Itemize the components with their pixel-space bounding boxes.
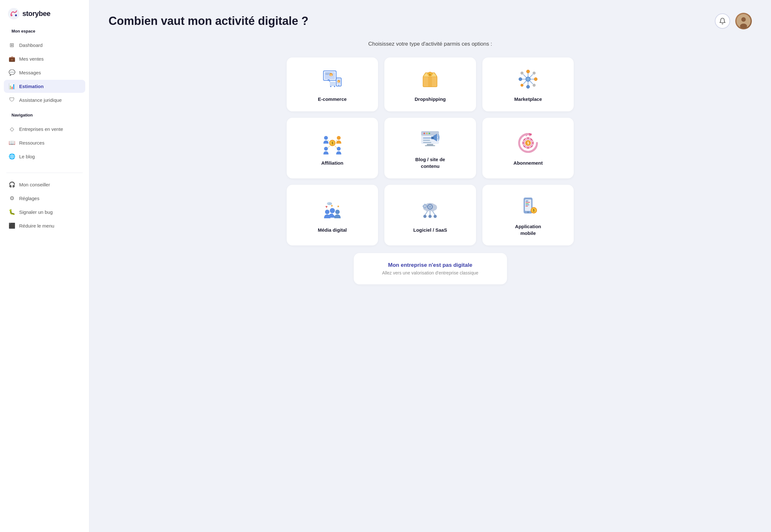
sidebar-item-reglages[interactable]: ⚙ Réglages (4, 192, 85, 205)
svg-point-50 (324, 136, 328, 140)
svg-rect-115 (526, 205, 529, 205)
svg-point-52 (324, 147, 328, 151)
bottom-card[interactable]: Mon entreprise n'est pas digitale Allez … (354, 253, 507, 284)
legal-icon: 🛡 (8, 97, 15, 103)
svg-text:$: $ (430, 73, 431, 76)
sidebar-item-label: Mon conseiller (19, 182, 50, 187)
svg-point-109 (434, 215, 437, 218)
sidebar-item-ressources[interactable]: 📖 Ressources (4, 136, 85, 149)
blog-card-icon (419, 128, 442, 151)
svg-rect-67 (427, 144, 433, 145)
svg-point-107 (423, 215, 427, 218)
svg-point-33 (519, 78, 522, 81)
bottom-card-title: Mon entreprise n'est pas digitale (364, 262, 497, 268)
svg-point-108 (429, 215, 432, 218)
abonnement-label: Abonnement (513, 160, 543, 166)
user-avatar[interactable] (735, 13, 752, 29)
sidebar: storybee Mon espace ⊞ Dashboard 💼 Mes ve… (0, 0, 89, 532)
card-logiciel[interactable]: Logiciel / SaaS (384, 185, 476, 245)
notification-bell-button[interactable] (715, 13, 730, 29)
avatar-image (735, 13, 752, 29)
sidebar-item-mes-ventes[interactable]: 💼 Mes ventes (4, 52, 85, 65)
settings-icon: ⚙ (8, 195, 15, 202)
svg-rect-10 (325, 74, 329, 75)
card-media[interactable]: ♥ ★ ★ ✓✓ Média digital (287, 185, 378, 245)
card-affiliation[interactable]: $ (287, 118, 378, 178)
svg-rect-75 (528, 137, 529, 139)
sidebar-item-conseiller[interactable]: 🎧 Mon conseiller (4, 178, 85, 191)
globe-icon: 🌐 (8, 153, 15, 160)
sidebar-item-blog[interactable]: 🌐 Le blog (4, 150, 85, 163)
sidebar-item-bug[interactable]: 🐛 Signaler un bug (4, 206, 85, 219)
sidebar-item-label: Dashboard (19, 42, 42, 48)
messages-icon: 💬 (8, 69, 15, 76)
sidebar-item-label: Réglages (19, 196, 39, 201)
svg-point-84 (330, 208, 335, 213)
activity-grid: $ $ E-commerce (287, 57, 574, 245)
card-app[interactable]: </> $ Application mobile (483, 185, 574, 245)
svg-rect-63 (423, 138, 433, 139)
sidebar-item-label: Le blog (19, 154, 35, 159)
svg-point-15 (334, 86, 335, 87)
bug-icon: 🐛 (8, 209, 15, 215)
svg-text:$: $ (338, 81, 339, 83)
svg-line-46 (530, 81, 533, 84)
card-marketplace[interactable]: Marketplace (483, 57, 574, 111)
svg-line-57 (334, 145, 337, 148)
svg-rect-78 (532, 142, 534, 144)
estimation-icon: 📊 (8, 83, 15, 90)
sidebar-item-estimation[interactable]: 📊 Estimation (4, 80, 85, 93)
svg-rect-98 (425, 207, 425, 209)
app-card-icon: </> $ (517, 195, 540, 218)
svg-rect-9 (325, 73, 331, 73)
card-dropshipping[interactable]: $ Dropshipping (384, 57, 476, 111)
svg-point-96 (424, 205, 426, 207)
svg-rect-68 (425, 145, 435, 146)
svg-line-43 (523, 74, 526, 77)
svg-rect-99 (423, 206, 424, 206)
svg-rect-13 (330, 82, 335, 86)
svg-line-104 (425, 211, 428, 215)
svg-rect-77 (522, 142, 524, 144)
svg-rect-64 (423, 140, 430, 141)
svg-point-38 (533, 84, 535, 86)
mon-espace-nav: ⊞ Dashboard 💼 Mes ventes 💬 Messages 📊 Es… (0, 39, 89, 106)
ecommerce-card-icon: $ $ (321, 68, 344, 91)
logo-text: storybee (22, 10, 50, 18)
main-header: Combien vaut mon activité digitale ? (108, 13, 752, 29)
storybee-logo-icon (8, 8, 20, 20)
svg-point-2 (15, 14, 17, 16)
svg-rect-24 (428, 77, 432, 87)
sidebar-item-label: Messages (19, 70, 41, 75)
card-abonnement[interactable]: $ Abonnement (483, 118, 574, 178)
svg-line-45 (523, 81, 526, 84)
sidebar-item-messages[interactable]: 💬 Messages (4, 66, 85, 79)
sidebar-item-entreprises[interactable]: ◇ Entreprises en vente (4, 123, 85, 136)
logo-area: storybee (0, 8, 89, 29)
sidebar-item-reduire[interactable]: ⬛ Réduire le menu (4, 219, 85, 232)
sidebar-item-dashboard[interactable]: ⊞ Dashboard (4, 39, 85, 52)
svg-text:$: $ (533, 209, 535, 212)
book-icon: 📖 (8, 139, 15, 146)
svg-point-83 (325, 210, 329, 214)
page-subtitle: Choisissez votre type d'activité parmis … (108, 41, 752, 47)
sidebar-item-label: Assistance juridique (19, 97, 62, 103)
svg-rect-65 (423, 142, 431, 143)
svg-point-53 (337, 147, 340, 151)
svg-point-36 (533, 72, 535, 74)
svg-point-1 (11, 14, 12, 16)
sidebar-item-label: Estimation (19, 84, 44, 89)
svg-line-56 (328, 145, 330, 148)
sidebar-item-label: Entreprises en vente (19, 126, 63, 132)
card-blog[interactable]: Blog / site de contenu (384, 118, 476, 178)
svg-rect-114 (526, 203, 529, 204)
card-ecommerce[interactable]: $ $ E-commerce (287, 57, 378, 111)
svg-rect-76 (528, 147, 529, 149)
marketplace-label: Marketplace (514, 96, 542, 102)
svg-point-60 (424, 133, 425, 134)
svg-point-37 (521, 84, 523, 86)
sidebar-item-assistance[interactable]: 🛡 Assistance juridique (4, 94, 85, 106)
svg-line-106 (433, 211, 435, 215)
headset-icon: 🎧 (8, 181, 15, 188)
affiliation-label: Affiliation (321, 160, 343, 166)
